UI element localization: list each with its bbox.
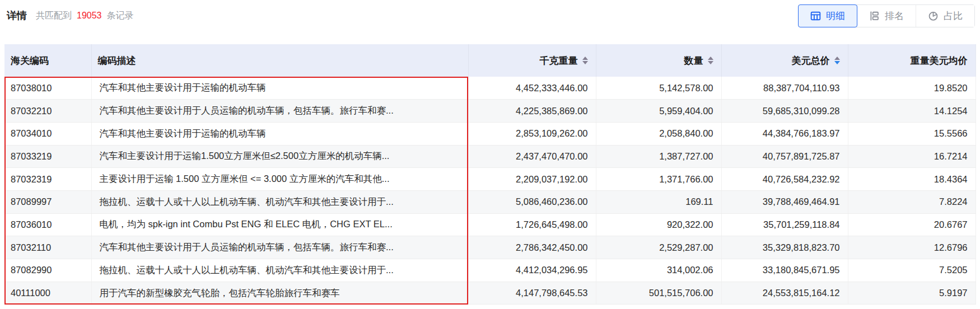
cell-desc: 主要设计用于运输 1.500 立方厘米但 <= 3.000 立方厘米的汽车和其他… [91, 168, 468, 191]
col-header-usd-total[interactable]: 美元总价 [721, 44, 848, 77]
cell-total: 40,757,891,725.87 [721, 145, 848, 168]
cell-desc: 拖拉机、运载十人或十人以上机动车辆、机动汽车和其他主要设计用于... [91, 190, 468, 213]
cell-code: 87038010 [4, 77, 91, 100]
topbar: 详情 共匹配到 19053 条记录 [7, 9, 134, 22]
view-btn-proportion-label: 占比 [944, 10, 963, 22]
sort-caret-up-icon [582, 57, 588, 60]
cell-code: 87089997 [4, 190, 91, 213]
match-summary: 共匹配到 19053 条记录 [36, 10, 134, 22]
cell-avg: 19.8520 [848, 77, 976, 100]
table-row: 87038010 汽车和其他主要设计用于运输的机动车辆 4,452,333,44… [4, 77, 976, 100]
cell-desc: 用于汽车的新型橡胶充气轮胎，包括汽车轮胎旅行车和赛车 [91, 282, 468, 305]
cell-avg: 18.4364 [848, 168, 976, 191]
view-btn-ranking[interactable]: 排名 [857, 5, 916, 27]
cell-weight: 1,726,645,498.00 [468, 213, 596, 236]
cell-desc: 拖拉机、运载十人或十人以上机动车辆、机动汽车和其他主要设计用于... [91, 259, 468, 282]
view-switch-group: 明细 排名 占比 [798, 4, 975, 27]
cell-weight: 2,786,342,450.00 [468, 236, 596, 259]
cell-total: 59,685,310,099.28 [721, 100, 848, 123]
cell-desc: 电机，均为 spk-ign int Combu Pst ENG 和 ELEC 电… [91, 213, 468, 236]
cell-weight: 2,437,470,470.00 [468, 145, 596, 168]
sort-caret-down-icon [582, 61, 588, 64]
ranking-icon [869, 11, 880, 21]
cell-weight: 2,209,037,192.00 [468, 168, 596, 191]
col-header-label: 美元总价 [792, 54, 830, 67]
table-row: 40111000 用于汽车的新型橡胶充气轮胎，包括汽车轮胎旅行车和赛车 4,14… [4, 282, 976, 305]
col-header-label: 编码描述 [98, 54, 136, 67]
cell-avg: 20.6767 [848, 213, 976, 236]
table-row: 87034010 汽车和其他主要设计用于运输的机动车辆 2,853,109,26… [4, 122, 976, 145]
table-row: 87089997 拖拉机、运载十人或十人以上机动车辆、机动汽车和其他主要设计用于… [4, 190, 976, 213]
sort-caret-down-icon [708, 61, 713, 64]
cell-qty: 501,515,706.00 [596, 282, 721, 305]
cell-total: 33,180,845,671.95 [721, 259, 848, 282]
table-row: 87032319 主要设计用于运输 1.500 立方厘米但 <= 3.000 立… [4, 168, 976, 191]
cell-qty: 169.11 [596, 190, 721, 213]
cell-desc: 汽车和主要设计用于运输1.500立方厘米但≤2.500立方厘米的机动车辆... [91, 145, 468, 168]
cell-qty: 920,322.00 [596, 213, 721, 236]
col-header-label: 重量美元均价 [911, 54, 968, 67]
cell-total: 35,329,818,823.70 [721, 236, 848, 259]
cell-qty: 314,002.06 [596, 259, 721, 282]
cell-avg: 7.8224 [848, 190, 976, 213]
cell-code: 87032319 [4, 168, 91, 191]
cell-avg: 7.5205 [848, 259, 976, 282]
match-count: 19053 [77, 11, 102, 21]
cell-qty: 1,371,766.00 [596, 168, 721, 191]
cell-weight: 4,147,798,645.53 [468, 282, 596, 305]
col-header-label: 千克重量 [540, 54, 578, 67]
cell-weight: 4,225,385,869.00 [468, 100, 596, 123]
table-icon [810, 11, 821, 21]
cell-qty: 2,058,840.00 [596, 122, 721, 145]
view-btn-detail-label: 明细 [826, 10, 845, 22]
table-row: 87082990 拖拉机、运载十人或十人以上机动车辆、机动汽车和其他主要设计用于… [4, 259, 976, 282]
cell-avg: 15.5566 [848, 122, 976, 145]
cell-total: 88,387,704,110.93 [721, 77, 848, 100]
cell-qty: 5,959,404.00 [596, 100, 721, 123]
cell-code: 87032210 [4, 100, 91, 123]
sort-carets[interactable] [582, 57, 588, 64]
cell-desc: 汽车和其他主要设计用于人员运输的机动车辆，包括车辆。旅行车和赛... [91, 236, 468, 259]
cell-desc: 汽车和其他主要设计用于运输的机动车辆 [91, 122, 468, 145]
sort-caret-down-icon [834, 61, 840, 64]
cell-avg: 5.9197 [848, 282, 976, 305]
cell-avg: 12.6796 [848, 236, 976, 259]
view-btn-detail[interactable]: 明细 [798, 4, 857, 27]
table-header-row: 海关编码 编码描述 千克重量 数量 [4, 44, 976, 77]
cell-qty: 1,387,727.00 [596, 145, 721, 168]
col-header-avg-usd-per-weight: 重量美元均价 [848, 44, 976, 77]
sort-caret-up-icon [834, 57, 840, 60]
cell-code: 40111000 [4, 282, 91, 305]
cell-total: 44,384,766,183.97 [721, 122, 848, 145]
sort-carets[interactable] [834, 57, 840, 64]
cell-weight: 5,086,460,236.00 [468, 190, 596, 213]
cell-desc: 汽车和其他主要设计用于运输的机动车辆 [91, 77, 468, 100]
col-header-quantity[interactable]: 数量 [596, 44, 721, 77]
page-title: 详情 [7, 9, 27, 22]
cell-code: 87082990 [4, 259, 91, 282]
cell-weight: 2,853,109,262.00 [468, 122, 596, 145]
cell-code: 87033219 [4, 145, 91, 168]
cell-desc: 汽车和其他主要设计用于人员运输的机动车辆，包括车辆。旅行车和赛... [91, 100, 468, 123]
cell-avg: 16.7214 [848, 145, 976, 168]
sort-caret-up-icon [708, 57, 713, 60]
cell-total: 40,726,584,232.92 [721, 168, 848, 191]
cell-code: 87034010 [4, 122, 91, 145]
cell-code: 87032110 [4, 236, 91, 259]
cell-total: 39,788,469,464.91 [721, 190, 848, 213]
results-table-wrap: 海关编码 编码描述 千克重量 数量 [4, 44, 976, 305]
table-row: 87033219 汽车和主要设计用于运输1.500立方厘米但≤2.500立方厘米… [4, 145, 976, 168]
view-btn-ranking-label: 排名 [885, 10, 904, 22]
col-header-label: 海关编码 [11, 54, 49, 67]
sort-carets[interactable] [708, 57, 713, 64]
table-row: 87036010 电机，均为 spk-ign int Combu Pst ENG… [4, 213, 976, 236]
match-suffix: 条记录 [107, 10, 134, 22]
cell-weight: 4,412,034,296.95 [468, 259, 596, 282]
table-row: 87032210 汽车和其他主要设计用于人员运输的机动车辆，包括车辆。旅行车和赛… [4, 100, 976, 123]
col-header-description: 编码描述 [91, 44, 468, 77]
col-header-label: 数量 [684, 54, 703, 67]
cell-code: 87036010 [4, 213, 91, 236]
cell-qty: 2,529,287.00 [596, 236, 721, 259]
col-header-kg-weight[interactable]: 千克重量 [468, 44, 596, 77]
view-btn-proportion[interactable]: 占比 [916, 5, 974, 27]
